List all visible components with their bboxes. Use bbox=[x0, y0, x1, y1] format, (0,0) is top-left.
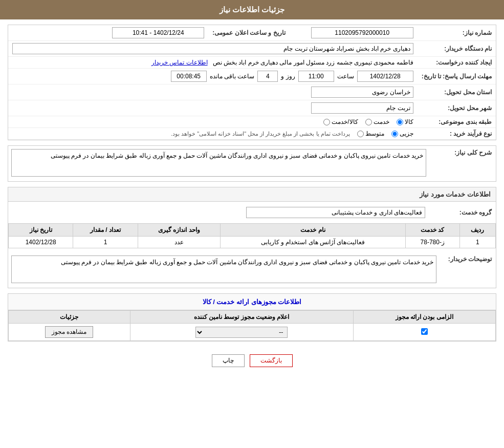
back-button[interactable]: بازگشت bbox=[250, 354, 293, 367]
services-table: ردیف کد خدمت نام خدمت واحد اندازه گیری ت… bbox=[8, 223, 496, 248]
table-row: -- مشاهده مجوز bbox=[9, 324, 496, 341]
deadline-days-label: روز و bbox=[281, 73, 295, 80]
license-table: الزامی بودن ارائه مجوز اعلام وضعیت مجوز … bbox=[8, 310, 496, 341]
page-header: جزئیات اطلاعات نیاز bbox=[0, 0, 504, 19]
description-textarea[interactable] bbox=[11, 149, 426, 177]
col-row: ردیف bbox=[459, 224, 495, 237]
license-col-details: جزئیات bbox=[9, 311, 130, 324]
deadline-time-input[interactable] bbox=[298, 71, 334, 82]
col-code: کد خدمت bbox=[406, 224, 460, 237]
category-khedmat-option[interactable]: خدمت bbox=[365, 118, 389, 125]
province-input[interactable] bbox=[311, 87, 413, 98]
process-jazii-option[interactable]: جزیی bbox=[391, 130, 413, 137]
cell-row: 1 bbox=[459, 237, 495, 248]
province-label: استان محل تحویل: bbox=[418, 84, 496, 100]
license-col-required: الزامی بودن ارائه مجوز bbox=[353, 311, 495, 324]
category-label: طبقه بندی موضوعی: bbox=[418, 116, 496, 128]
col-unit: واحد اندازه گیری bbox=[138, 224, 221, 237]
service-info-title: اطلاعات خدمات مورد نیاز bbox=[8, 187, 496, 202]
creator-label: ایجاد کننده درخواست: bbox=[418, 57, 496, 69]
announcement-datetime-input[interactable] bbox=[112, 27, 204, 38]
page-title: جزئیات اطلاعات نیاز bbox=[220, 5, 284, 14]
service-group-label: گروه خدمت: bbox=[429, 205, 496, 220]
creator-contact-link[interactable]: اطلاعات تماس خریدار bbox=[151, 59, 208, 66]
table-row: 1ز-780-78فعالیت‌های آژانس های استخدام و … bbox=[9, 237, 496, 248]
buyer-org-label: نام دستگاه خریدار: bbox=[418, 41, 496, 57]
cell-quantity: 1 bbox=[73, 237, 138, 248]
cell-code: ز-780-78 bbox=[406, 237, 460, 248]
cell-unit: عدد bbox=[138, 237, 221, 248]
deadline-days-input[interactable] bbox=[257, 71, 278, 82]
announcement-datetime-label: تاریخ و ساعت اعلان عمومی: bbox=[208, 25, 289, 41]
deadline-time-label: ساعت bbox=[337, 73, 354, 80]
col-date: تاریخ نیاز bbox=[9, 224, 73, 237]
process-label: نوع فرآیند خرید : bbox=[418, 128, 496, 140]
deadline-remaining-label: ساعت باقی مانده bbox=[210, 73, 255, 80]
license-col-status: اعلام وضعیت مجوز توسط نامین کننده bbox=[130, 311, 353, 324]
creator-value: فاطمه محمودی تیموری جشمه زرد مسئول امور … bbox=[213, 59, 413, 66]
city-label: شهر محل تحویل: bbox=[418, 100, 496, 116]
category-kala-option[interactable]: کالا bbox=[397, 118, 413, 125]
process-motavasset-option[interactable]: متوسط bbox=[357, 130, 384, 137]
view-license-button[interactable]: مشاهده مجوز bbox=[45, 326, 93, 338]
service-group-input[interactable] bbox=[246, 207, 425, 218]
buyer-org-input[interactable] bbox=[12, 43, 413, 54]
buyer-description-textarea[interactable] bbox=[11, 255, 436, 283]
need-number-label: شماره نیاز: bbox=[418, 25, 496, 41]
license-section-title: اطلاعات مجوزهای ارائه خدمت / کالا bbox=[8, 294, 496, 310]
process-note: پرداخت تمام یا بخشی از مبلغ خریدار از مح… bbox=[171, 131, 350, 137]
city-input[interactable] bbox=[311, 102, 413, 114]
deadline-remaining-input[interactable] bbox=[171, 71, 207, 82]
col-quantity: تعداد / مقدار bbox=[73, 224, 138, 237]
need-number-input[interactable] bbox=[311, 27, 413, 38]
deadline-label: مهلت ارسال پاسخ: تا تاریخ: bbox=[418, 69, 496, 84]
cell-name: فعالیت‌های آژانس های استخدام و کاریابی bbox=[221, 237, 406, 248]
col-name: نام خدمت bbox=[221, 224, 406, 237]
deadline-date-input[interactable] bbox=[357, 71, 413, 82]
category-kala-khedmat-option[interactable]: کالا/خدمت bbox=[323, 118, 358, 125]
buyer-description-label: توضیحات خریدار: bbox=[440, 252, 496, 288]
description-label: شرح کلی نیاز: bbox=[429, 146, 496, 181]
license-required-checkbox[interactable] bbox=[421, 328, 428, 335]
print-button[interactable]: چاپ bbox=[212, 354, 245, 367]
cell-date: 1402/12/28 bbox=[9, 237, 73, 248]
bottom-buttons-area: بازگشت چاپ bbox=[8, 347, 496, 375]
license-status-select[interactable]: -- bbox=[195, 327, 288, 338]
